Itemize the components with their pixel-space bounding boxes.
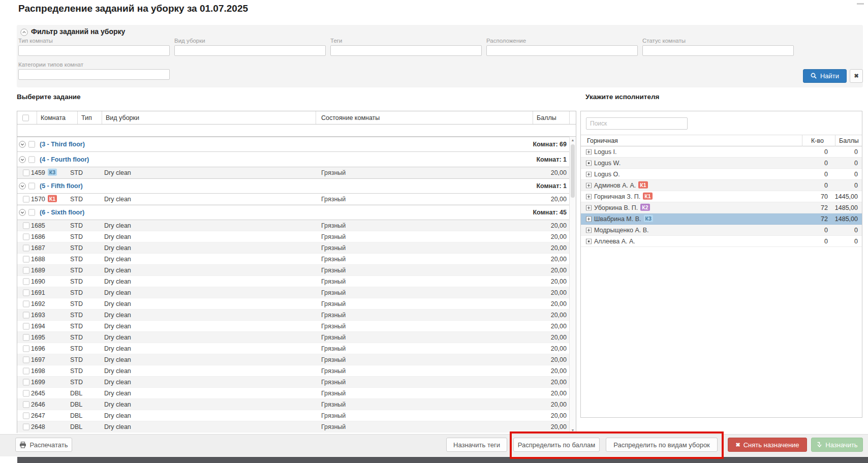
task-row[interactable]: 1698STDDry cleanГрязный20,00 bbox=[17, 365, 576, 377]
task-checkbox[interactable] bbox=[23, 196, 29, 202]
task-row[interactable]: 2646DBLDry cleanГрязный20,00 bbox=[17, 399, 576, 410]
collapse-filter-icon[interactable] bbox=[20, 28, 28, 36]
print-button[interactable]: Распечатать bbox=[15, 438, 72, 452]
assign-tags-button[interactable]: Назначить теги bbox=[446, 438, 507, 452]
task-checkbox[interactable] bbox=[23, 345, 29, 352]
task-row[interactable]: 1686STDDry cleanГрязный20,00 bbox=[17, 231, 576, 242]
task-row[interactable]: 1685STDDry cleanГрязный20,00 bbox=[17, 220, 576, 231]
expand-assignee-icon[interactable] bbox=[586, 182, 592, 188]
task-row[interactable] bbox=[17, 433, 576, 434]
assignee-row[interactable]: Горничная З. П.К1701445,00 bbox=[581, 191, 862, 202]
expand-assignee-icon[interactable] bbox=[586, 194, 592, 199]
unassign-button[interactable]: ✖ Снять назначение bbox=[728, 438, 807, 452]
expand-assignee-icon[interactable] bbox=[586, 149, 592, 155]
scroll-down-arrow[interactable]: ▼ bbox=[570, 428, 576, 432]
task-checkbox[interactable] bbox=[23, 289, 29, 296]
task-checkbox[interactable] bbox=[23, 401, 29, 408]
expand-assignee-icon[interactable] bbox=[586, 238, 592, 244]
task-checkbox[interactable] bbox=[23, 278, 29, 285]
task-checkbox[interactable] bbox=[23, 334, 29, 341]
floor-group-row[interactable]: (4 - Fourth floor)Комнат: 1 bbox=[17, 152, 576, 167]
select-all-checkbox[interactable] bbox=[22, 114, 29, 121]
floor-group-row[interactable]: (5 - Fifth floor)Комнат: 1 bbox=[17, 178, 576, 194]
task-checkbox[interactable] bbox=[23, 233, 29, 240]
task-row[interactable]: 1689STDDry cleanГрязный20,00 bbox=[17, 265, 576, 276]
filter-close-button[interactable]: ✖ bbox=[850, 69, 863, 83]
task-row[interactable]: 2645DBLDry cleanГрязный20,00 bbox=[17, 388, 576, 399]
task-checkbox[interactable] bbox=[23, 169, 29, 176]
task-checkbox[interactable] bbox=[23, 423, 29, 430]
tags-input[interactable] bbox=[330, 45, 482, 56]
assignee-row[interactable]: Logus W.00 bbox=[581, 158, 862, 169]
floor-group-row[interactable]: (3 - Third floor)Комнат: 69 bbox=[17, 137, 576, 152]
task-row[interactable]: 1697STDDry cleanГрязный20,00 bbox=[17, 354, 576, 365]
room-type-input[interactable] bbox=[18, 45, 170, 56]
task-checkbox[interactable] bbox=[23, 390, 29, 396]
task-row[interactable]: 1693STDDry cleanГрязный20,00 bbox=[17, 310, 576, 321]
clean-type-input[interactable] bbox=[174, 45, 326, 56]
room-number: 1570К1 bbox=[31, 195, 57, 203]
scroll-up-arrow[interactable]: ▲ bbox=[570, 138, 576, 142]
expand-assignee-icon[interactable] bbox=[586, 205, 592, 210]
expand-assignee-icon[interactable] bbox=[586, 227, 592, 233]
floor-link[interactable]: (6 - Sixth floor) bbox=[40, 209, 84, 216]
assignee-row[interactable]: Швабрина М. В.К3721485,00 bbox=[581, 213, 862, 225]
distribute-by-clean-types-button[interactable]: Распределить по видам уборок bbox=[606, 438, 718, 452]
task-checkbox[interactable] bbox=[23, 367, 29, 374]
expand-assignee-icon[interactable] bbox=[586, 216, 592, 222]
task-row[interactable]: 1696STDDry cleanГрязный20,00 bbox=[17, 343, 576, 354]
task-row[interactable]: 1690STDDry cleanГрязный20,00 bbox=[17, 276, 576, 287]
assignee-row[interactable]: Админов А. А.К100 bbox=[581, 180, 862, 191]
task-row[interactable]: 1691STDDry cleanГрязный20,00 bbox=[17, 287, 576, 298]
task-row[interactable]: 1699STDDry cleanГрязный20,00 bbox=[17, 377, 576, 388]
floor-link[interactable]: (5 - Fifth floor) bbox=[40, 182, 83, 190]
task-row[interactable]: 1692STDDry cleanГрязный20,00 bbox=[17, 298, 576, 310]
scrollbar-thumb[interactable] bbox=[571, 144, 575, 198]
expand-group-icon[interactable] bbox=[19, 141, 26, 148]
expand-assignee-icon[interactable] bbox=[586, 160, 592, 166]
expand-group-icon[interactable] bbox=[19, 209, 26, 216]
task-checkbox[interactable] bbox=[23, 244, 29, 251]
assignee-search-input[interactable] bbox=[586, 117, 688, 130]
task-checkbox[interactable] bbox=[23, 256, 29, 262]
assignee-row[interactable]: Logus O.00 bbox=[581, 169, 862, 180]
assignee-row[interactable]: Аллеева А. А.00 bbox=[581, 236, 862, 247]
task-checkbox[interactable] bbox=[23, 312, 29, 318]
expand-group-icon[interactable] bbox=[19, 156, 26, 163]
task-row[interactable]: 1688STDDry cleanГрязный20,00 bbox=[17, 254, 576, 265]
distribute-by-points-button[interactable]: Распределить по баллам bbox=[513, 438, 600, 452]
group-checkbox[interactable] bbox=[28, 156, 35, 163]
task-checkbox[interactable] bbox=[23, 267, 29, 273]
expand-group-icon[interactable] bbox=[19, 182, 26, 190]
task-checkbox[interactable] bbox=[23, 300, 29, 307]
task-row[interactable]: 2647DBLDry cleanГрязный20,00 bbox=[17, 410, 576, 421]
floor-group-row[interactable]: (6 - Sixth floor)Комнат: 45 bbox=[17, 205, 576, 220]
task-checkbox[interactable] bbox=[23, 222, 29, 229]
room-status-input[interactable] bbox=[642, 45, 794, 56]
assignee-row[interactable]: Logus I.00 bbox=[581, 146, 862, 158]
room-type-categories-input[interactable] bbox=[18, 69, 170, 80]
expand-assignee-icon[interactable] bbox=[586, 171, 592, 177]
group-checkbox[interactable] bbox=[28, 183, 35, 190]
assignee-row[interactable]: Уборкина В. П.К2721485,00 bbox=[581, 202, 862, 213]
task-row[interactable]: 1687STDDry cleanГрязный20,00 bbox=[17, 242, 576, 254]
location-input[interactable] bbox=[486, 45, 638, 56]
task-row[interactable]: 2648DBLDry cleanГрязный20,00 bbox=[17, 421, 576, 433]
group-checkbox[interactable] bbox=[28, 209, 35, 216]
floor-link[interactable]: (3 - Third floor) bbox=[40, 141, 85, 148]
task-row[interactable]: 1459К3STDDry cleanГрязный20,00 bbox=[17, 167, 576, 178]
task-checkbox[interactable] bbox=[23, 356, 29, 363]
group-checkbox[interactable] bbox=[28, 141, 35, 148]
vertical-scrollbar[interactable]: ▲ ▼ bbox=[569, 137, 576, 434]
task-checkbox[interactable] bbox=[23, 379, 29, 385]
task-checkbox[interactable] bbox=[23, 323, 29, 329]
assign-button[interactable]: Назначить bbox=[811, 438, 863, 452]
find-button[interactable]: Найти bbox=[803, 69, 847, 83]
floor-link[interactable]: (4 - Fourth floor) bbox=[40, 156, 89, 163]
task-checkbox[interactable] bbox=[23, 412, 29, 419]
task-row[interactable]: 1695STDDry cleanГрязный20,00 bbox=[17, 332, 576, 343]
search-icon bbox=[811, 73, 817, 79]
task-row[interactable]: 1694STDDry cleanГрязный20,00 bbox=[17, 321, 576, 332]
assignee-row[interactable]: Модрыщенко А. В.00 bbox=[581, 225, 862, 236]
task-row[interactable]: 1570К1STDDry cleanГрязный20,00 bbox=[17, 194, 576, 205]
